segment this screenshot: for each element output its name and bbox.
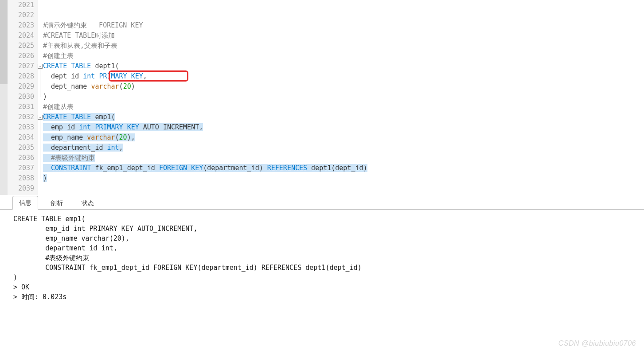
code-token: int [83,72,95,80]
code-content[interactable]: #演示外键约束 FOREIGN KEY#CREATE TABLE时添加#主表和从… [43,0,644,195]
code-token: ) [43,93,47,101]
result-tabs: 信息剖析状态 [0,195,644,210]
code-line[interactable]: ) [43,173,644,183]
code-token: ( [115,133,119,141]
code-line[interactable]: #表级外键约束 [43,153,644,163]
code-line[interactable]: #演示外键约束 FOREIGN KEY [43,20,644,31]
code-line[interactable]: emp_id int PRIMARY KEY AUTO_INCREMENT, [43,122,644,133]
code-line[interactable]: emp_name varchar(20), [43,133,644,143]
code-token [187,164,191,172]
code-editor[interactable]: 2021202220232024202520262027202820292030… [0,0,644,195]
code-token: ( [119,82,123,90]
code-token: #表级外键约束 [51,154,95,162]
line-number: 2026 [12,51,34,61]
fold-column[interactable]: -- [38,0,43,195]
line-number: 2039 [12,183,34,194]
code-token: TABLE [71,113,91,121]
code-line[interactable]: dept_name varchar(20) [43,82,644,92]
code-token: ) [131,82,135,90]
code-token: department_id [43,144,107,152]
code-token: int [79,123,91,131]
line-number: 2021 [12,0,34,10]
code-token: CREATE [43,62,67,70]
code-token: dept1( [91,62,119,70]
code-token [67,62,71,70]
fold-toggle-icon[interactable]: - [38,64,43,69]
code-token: ), [127,133,135,141]
fold-toggle-icon[interactable]: - [38,115,43,120]
code-token: TABLE [71,62,91,70]
code-token: dept_name [43,82,91,90]
tab-剖析[interactable]: 剖析 [44,197,69,210]
line-number: 2037 [12,163,34,173]
code-token: KEY [131,72,143,80]
line-number: 2038 [12,173,34,183]
code-token: CONSTRAINT [51,164,91,172]
code-token: REFERENCES [267,164,307,172]
code-token: dept1(dept_id) [307,164,367,172]
line-number: 2027 [12,61,34,71]
code-token [43,164,51,172]
code-token: dept_id [43,72,83,80]
code-line[interactable]: ) [43,92,644,102]
code-token: int [107,144,119,152]
line-number: 2034 [12,133,34,143]
code-line[interactable]: #创建主表 [43,51,644,61]
code-token: #CREATE TABLE时添加 [43,31,115,39]
tab-状态[interactable]: 状态 [75,197,100,210]
code-token: #演示外键约束 FOREIGN KEY [43,21,143,29]
code-line[interactable]: CREATE TABLE dept1( [43,61,644,71]
code-token: emp_id [43,123,79,131]
code-line[interactable] [43,183,644,194]
code-token [123,123,127,131]
code-token: #创建主表 [43,52,74,60]
code-token: #主表和从表,父表和子表 [43,42,117,50]
line-number: 2028 [12,71,34,82]
line-number: 2032 [12,112,34,122]
code-line[interactable]: #创建从表 [43,102,644,112]
code-token: , [119,144,123,152]
line-number: 2031 [12,102,34,112]
line-number-gutter: 2021202220232024202520262027202820292030… [8,0,38,195]
console-output: CREATE TABLE emp1( emp_id int PRIMARY KE… [0,210,644,302]
line-number: 2035 [12,143,34,153]
line-number: 2029 [12,82,34,92]
code-token: , [143,72,147,80]
tab-信息[interactable]: 信息 [12,196,38,210]
left-margin [0,0,8,195]
code-token: KEY [127,123,139,131]
code-token [127,72,131,80]
code-token [43,154,51,162]
code-line[interactable]: #CREATE TABLE时添加 [43,31,644,41]
line-number: 2025 [12,41,34,51]
code-line[interactable]: CREATE TABLE emp1( [43,112,644,122]
code-token: 20 [119,133,127,141]
code-token: (department_id) [203,164,267,172]
line-number: 2036 [12,153,34,163]
fold-guide [40,66,40,97]
code-token: AUTO_INCREMENT, [139,123,203,131]
code-token: ) [43,174,47,182]
code-line[interactable]: dept_id int PRIMARY KEY, [43,71,644,82]
code-line[interactable]: department_id int, [43,143,644,153]
code-line[interactable] [43,0,644,10]
code-token: FOREIGN [159,164,187,172]
margin-thumb [0,0,8,84]
code-token: emp1( [91,113,115,121]
line-number: 2022 [12,10,34,20]
code-token: PRIMARY [99,72,127,80]
code-token: varchar [91,82,119,90]
line-number: 2033 [12,122,34,133]
line-number: 2023 [12,20,34,31]
line-number: 2024 [12,31,34,41]
code-line[interactable] [43,10,644,20]
code-token: CREATE [43,113,67,121]
code-token: 20 [123,82,131,90]
code-token: PRIMARY [95,123,123,131]
code-line[interactable]: #主表和从表,父表和子表 [43,41,644,51]
line-number: 2030 [12,92,34,102]
code-line[interactable]: CONSTRAINT fk_emp1_dept_id FOREIGN KEY(d… [43,163,644,173]
code-token: fk_emp1_dept_id [91,164,159,172]
code-token: #创建从表 [43,103,74,111]
code-token [67,113,71,121]
